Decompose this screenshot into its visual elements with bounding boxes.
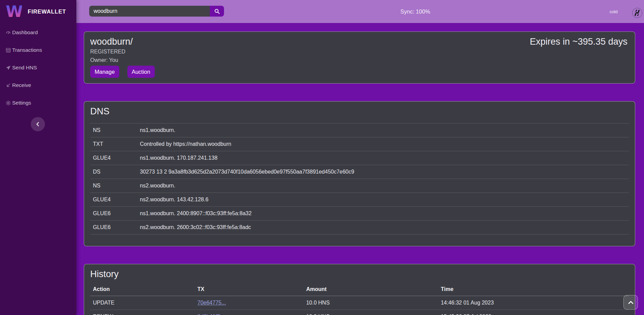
dns-record-type: GLUE6 <box>90 221 137 234</box>
dns-record-row: GLUE6ns1.woodburn. 2400:8907::f03c:93ff:… <box>90 207 629 221</box>
firewallet-logo-icon: W <box>6 4 22 19</box>
dns-record-type: GLUE6 <box>90 207 137 221</box>
domain-expires: Expires in ~395.35 days <box>530 36 627 83</box>
gear-icon <box>6 100 11 106</box>
receive-arrow-icon <box>6 83 11 88</box>
wallet-chip[interactable]: cold <box>610 0 642 23</box>
dns-record-type: GLUE4 <box>90 151 137 165</box>
sidebar-collapse-button[interactable] <box>31 117 45 131</box>
history-row: RENEW0d6b41f7...10.0 HNS15:45:36 07 Jul … <box>90 310 629 315</box>
dns-record-type: NS <box>90 179 137 193</box>
dns-record-type: GLUE4 <box>90 193 137 207</box>
handshake-logo-icon[interactable] <box>632 8 642 18</box>
dns-record-row: NSns1.woodburn. <box>90 123 629 137</box>
sidebar-item-label: Receive <box>12 82 31 88</box>
domain-card: woodburn/ REGISTERED Owner: You Manage A… <box>84 31 635 84</box>
sidebar-item-label: Transactions <box>12 47 42 53</box>
sidebar: W FIREWALLET DashboardTransactionsSend H… <box>0 0 76 315</box>
sidebar-item-transactions[interactable]: Transactions <box>0 41 76 59</box>
history-header-action: Action <box>90 283 195 296</box>
history-action: UPDATE <box>90 296 195 310</box>
history-time: 15:45:36 07 Jul 2023 <box>438 310 629 315</box>
dns-card: DNS NSns1.woodburn.TXTControlled by http… <box>84 101 635 246</box>
dns-record-value: ns1.woodburn. 2400:8907::f03c:93ff:fe5a:… <box>137 207 629 221</box>
search-icon <box>214 8 220 14</box>
table-icon <box>6 48 11 53</box>
dns-record-type: TXT <box>90 137 137 151</box>
send-icon <box>6 65 11 70</box>
history-tx-link[interactable]: 70e64775... <box>197 300 226 306</box>
sidebar-item-receive[interactable]: Receive <box>0 76 76 94</box>
history-tx-link[interactable]: 0d6b41f7... <box>197 314 224 315</box>
history-amount: 10.0 HNS <box>303 296 438 310</box>
dns-title: DNS <box>90 106 629 117</box>
dns-record-row: GLUE4ns1.woodburn. 170.187.241.138 <box>90 151 629 165</box>
history-table: ActionTXAmountTime UPDATE70e64775...10.0… <box>90 283 629 315</box>
dns-record-value: Controlled by https://nathan.woodburn <box>137 137 629 151</box>
history-title: History <box>90 269 629 279</box>
dns-record-value: 30273 13 2 9a3a8fb3d625d2a2073d740f10da6… <box>137 165 629 179</box>
history-header-time: Time <box>438 283 629 296</box>
search-input[interactable] <box>89 6 210 17</box>
sidebar-item-label: Send HNS <box>12 65 37 71</box>
dns-record-value: ns2.woodburn. 2600:3c02::f03c:93ff:fe5a:… <box>137 221 629 234</box>
sidebar-item-label: Settings <box>12 100 31 106</box>
chevron-up-icon <box>628 301 634 304</box>
brand[interactable]: W FIREWALLET <box>0 0 76 23</box>
domain-owner: Owner: You <box>90 57 155 64</box>
dns-record-value: ns2.woodburn. 143.42.128.6 <box>137 193 629 207</box>
history-time: 14:46:32 01 Aug 2023 <box>438 296 629 310</box>
gauge-icon <box>6 30 11 35</box>
history-card: History ActionTXAmountTime UPDATE70e6477… <box>84 264 635 315</box>
dns-record-row: NSns2.woodburn. <box>90 179 629 193</box>
sidebar-item-settings[interactable]: Settings <box>0 94 76 112</box>
search-button[interactable] <box>210 6 224 17</box>
sidebar-item-dashboard[interactable]: Dashboard <box>0 24 76 41</box>
dns-record-value: ns2.woodburn. <box>137 179 629 193</box>
svg-text:W: W <box>6 4 22 19</box>
sidebar-nav: DashboardTransactionsSend HNSReceiveSett… <box>0 24 76 112</box>
domain-title: woodburn/ <box>90 36 155 47</box>
search-bar <box>89 6 224 17</box>
dns-record-row: GLUE4ns2.woodburn. 143.42.128.6 <box>90 193 629 207</box>
domain-status: REGISTERED <box>90 48 155 55</box>
brand-name: FIREWALLET <box>28 8 66 15</box>
auction-button[interactable]: Auction <box>127 66 155 78</box>
history-amount: 10.0 HNS <box>303 310 438 315</box>
history-row: UPDATE70e64775...10.0 HNS14:46:32 01 Aug… <box>90 296 629 310</box>
dns-record-value: ns1.woodburn. 170.187.241.138 <box>137 151 629 165</box>
main-content: woodburn/ REGISTERED Owner: You Manage A… <box>76 23 644 315</box>
dns-record-row: DS30273 13 2 9a3a8fb3d625d2a2073d740f10d… <box>90 165 629 179</box>
topbar: Sync: 100% cold <box>76 0 644 23</box>
dns-record-type: NS <box>90 123 137 137</box>
sync-status: Sync: 100% <box>400 0 430 23</box>
dns-record-row: GLUE6ns2.woodburn. 2600:3c02::f03c:93ff:… <box>90 221 629 234</box>
history-header-amount: Amount <box>303 283 438 296</box>
dns-record-row: TXTControlled by https://nathan.woodburn <box>90 137 629 151</box>
chevron-left-icon <box>35 122 40 127</box>
scroll-to-top-button[interactable] <box>623 295 638 310</box>
dns-record-type: DS <box>90 165 137 179</box>
manage-button[interactable]: Manage <box>90 66 119 78</box>
dns-table: NSns1.woodburn.TXTControlled by https://… <box>90 123 629 234</box>
wallet-name: cold <box>610 9 618 14</box>
sidebar-item-label: Dashboard <box>12 29 38 36</box>
sidebar-item-send-hns[interactable]: Send HNS <box>0 59 76 76</box>
history-header-tx: TX <box>195 283 303 296</box>
dns-record-value: ns1.woodburn. <box>137 123 629 137</box>
history-action: RENEW <box>90 310 195 315</box>
